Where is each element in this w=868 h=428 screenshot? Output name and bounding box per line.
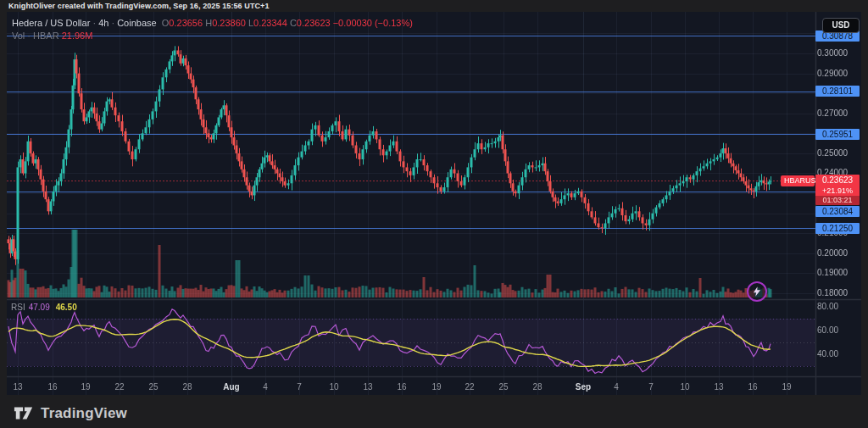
price-level-chip[interactable]: 0.25951 (815, 129, 860, 140)
time-tick-label: 16 (397, 382, 406, 392)
time-tick-label: 19 (431, 382, 441, 392)
time-tick-label: 19 (782, 382, 791, 392)
interval-value[interactable]: 4h (98, 18, 108, 28)
last-price-chip[interactable]: 0.23623 +21.91% 01:03:21 (815, 175, 860, 205)
rsi-legend[interactable]: RSI47.0946.50 (11, 303, 77, 312)
price-tick-label: 0.27000 (817, 108, 848, 118)
lightning-icon (751, 286, 763, 297)
separator: · (92, 18, 96, 28)
rsi-tick-label: 60.00 (817, 325, 838, 335)
time-tick-label: 16 (47, 382, 57, 392)
time-tick-label: 13 (363, 382, 372, 392)
time-tick-label: 28 (532, 382, 542, 392)
currency-toggle-button[interactable]: USD (822, 18, 860, 33)
volume-header[interactable]: Vol · HBAR 21.96M (12, 31, 92, 41)
high-value: 0.23860 (212, 18, 246, 28)
tradingview-export: KnightOliver created with TradingView.co… (0, 0, 868, 428)
instant-trading-button[interactable] (747, 281, 767, 302)
change-value: −0.00030 (−0.13%) (333, 18, 413, 28)
volume-label: Vol · HBAR (12, 31, 59, 41)
price-tick-label: 0.29000 (817, 69, 848, 78)
time-tick-label: 28 (182, 382, 192, 392)
price-tick-label: 0.20000 (817, 248, 848, 258)
time-tick-label: 22 (114, 382, 124, 392)
price-tick-label: 0.30000 (817, 48, 848, 58)
low-value: 0.23344 (253, 18, 287, 28)
close-value: 0.23623 (297, 18, 331, 28)
attribution-text: KnightOliver created with TradingView.co… (8, 2, 270, 10)
time-tick-label: 16 (748, 382, 757, 392)
time-tick-label: Aug (223, 382, 239, 392)
time-tick-label: 13 (714, 382, 723, 392)
tradingview-logo-icon (14, 404, 34, 422)
time-tick-label: 10 (329, 382, 338, 392)
close-label: C (290, 18, 297, 28)
time-tick-label: Sep (576, 382, 591, 392)
last-price-value: 0.23623 (815, 175, 860, 186)
high-label: H (205, 18, 212, 28)
time-tick-label: 4 (263, 382, 268, 392)
price-level-chip[interactable]: 0.23084 (815, 206, 860, 217)
symbol-header[interactable]: Hedera / US Dollar · 4h · Coinbase O0.23… (12, 18, 413, 28)
time-tick-label: 10 (680, 382, 689, 392)
last-price-percent: +21.91% (815, 186, 860, 196)
time-tick-label: 25 (498, 382, 508, 392)
time-tick-label: 19 (81, 382, 90, 392)
separator: · (111, 18, 114, 28)
rsi-tick-label: 80.00 (817, 302, 838, 311)
time-tick-label: 4 (614, 382, 619, 392)
price-tick-label: 0.25000 (817, 148, 848, 158)
exchange-name: Coinbase (117, 18, 156, 28)
time-tick-label: 7 (297, 382, 302, 392)
rsi-tick-label: 40.00 (817, 349, 838, 359)
bar-countdown: 01:03:21 (815, 196, 860, 205)
chart-widget: Hedera / US Dollar · 4h · Coinbase O0.23… (7, 12, 861, 395)
tradingview-brand[interactable]: TradingView (14, 404, 127, 422)
price-level-chip[interactable]: 0.21250 (815, 223, 860, 234)
chart-canvas[interactable] (7, 12, 861, 395)
time-tick-label: 22 (465, 382, 474, 392)
brand-wordmark: TradingView (41, 405, 127, 422)
symbol-title[interactable]: Hedera / US Dollar (12, 18, 90, 28)
price-tick-label: 0.19000 (817, 268, 848, 277)
rsi-ma-value: 46.50 (56, 303, 77, 312)
time-tick-label: 25 (148, 382, 158, 392)
price-level-chip[interactable]: 0.28101 (815, 86, 860, 97)
volume-value: 21.96M (62, 31, 93, 41)
last-price-symbol-tag[interactable]: HBARUSD (781, 175, 815, 186)
price-tick-label: 0.18000 (817, 288, 848, 297)
rsi-label: RSI (11, 303, 25, 312)
time-tick-label: 7 (648, 382, 654, 392)
time-tick-label: 13 (13, 382, 22, 392)
open-value: 0.23656 (169, 18, 203, 28)
rsi-value: 47.09 (29, 303, 50, 312)
